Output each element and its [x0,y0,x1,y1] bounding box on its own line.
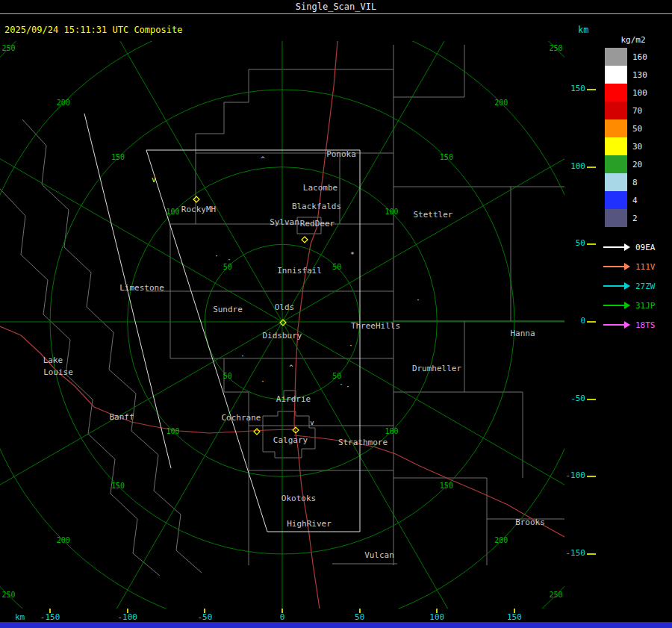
city-label: Louise [43,367,73,377]
colorbar-swatch [605,209,627,227]
city-label: Brooks [515,517,545,527]
site-arrow-line [603,246,624,248]
site-arrow-line [603,305,624,306]
colorbar-value: 100 [632,88,647,98]
range-radial [282,41,564,322]
x-axis-tick-label: 100 [420,612,453,622]
x-axis-tick-label: -150 [34,612,66,622]
city-label: Stettler [414,210,453,220]
city-label: Lacombe [303,183,337,193]
city-label: Blackfalds [292,202,341,211]
site-arrow-head [624,243,630,251]
range-ring-label: 250 [549,44,562,52]
county-boundary [393,478,487,565]
colorbar-swatch [605,102,627,119]
colorbar-level: 20 [605,155,647,173]
city-label: RockyMH [181,205,216,214]
spot-marker: · [227,256,231,264]
range-ring-label: 200 [57,99,70,107]
y-axis-tick-mark [587,167,596,168]
city-label: Calgary [273,435,308,445]
titlebar: Single_Scan_VIL [0,0,672,13]
x-axis-tick-mark [281,609,283,613]
y-axis-tick-mark [587,476,596,477]
colorbar-level: 130 [605,66,647,84]
site-arrow-line [603,266,624,267]
spot-marker: · [346,383,349,391]
window-title: Single_Scan_VIL [296,1,376,12]
x-axis-tick-label: 50 [343,612,376,622]
title-divider [0,13,672,14]
range-ring-label: 100 [385,208,399,216]
range-ring-label: 100 [385,427,399,435]
site-legend-row: 27ZW [603,276,656,296]
x-axis-tick-label: 150 [498,612,531,622]
x-axis-tick-label: -50 [188,612,221,622]
site-arrow-icon [603,263,631,270]
colorbar-value: 2 [632,214,638,223]
colorbar-value: 4 [632,196,638,205]
city-label: Innisfail [277,266,322,276]
county-boundary [263,411,315,458]
site-id-label: 18TS [635,320,656,330]
site-arrow-icon [603,243,631,251]
colorbar-level: 160 [605,48,647,66]
site-legend-row: 111V [603,257,656,276]
city-label: HighRiver [287,519,332,529]
spot-marker: * [350,251,354,258]
colorbar-swatch [605,48,627,66]
spot-marker: · [214,252,218,260]
range-ring-label: 250 [549,591,562,599]
site-arrow-icon [603,282,631,290]
colorbar-level: 100 [605,84,647,102]
colorbar-level: 70 [605,102,647,119]
site-arrow-line [603,285,624,287]
colorbar-level: 4 [605,191,647,209]
spot-marker: v [310,419,314,426]
spot-marker: · [416,296,420,304]
radar-app-window: Single_Scan_VIL 2025/09/24 15:11:31 UTC … [0,0,672,628]
spot-marker: · [349,342,352,349]
colorbar-swatch [605,66,627,84]
range-ring-label: 150 [440,482,453,490]
site-legend-row: 09EA [603,237,656,257]
city-label: Didsbury [263,331,302,341]
city-marker-diamond [254,429,260,435]
county-boundary [196,69,249,153]
spot-marker: ^ [261,155,265,163]
site-legend: 09EA111V27ZW31JP18TS [603,237,656,335]
range-ring-label: 150 [111,482,125,490]
site-legend-row: 18TS [603,315,656,335]
county-boundary [0,189,160,576]
city-label: Hanna [510,329,535,338]
range-radial [282,41,564,322]
spot-marker: ^ [289,364,293,371]
colorbar-swatch [605,84,627,102]
colorbar: 16013010070503020842 [605,48,647,227]
x-axis-tick-mark [359,609,361,613]
city-label: Ponoka [326,149,356,159]
x-axis-tick-mark [127,609,128,613]
x-axis-tick-label: 0 [266,612,299,622]
colorbar-value: 50 [632,124,642,134]
site-arrow-head [624,282,630,290]
y-axis-tick-mark [587,553,596,555]
x-axis-tick-label: -100 [111,612,144,622]
y-axis-tick-mark [587,243,596,245]
range-ring-label: 200 [494,536,508,544]
range-ring-label: 150 [111,153,125,161]
y-axis-unit-label: km [578,25,588,35]
colorbar-level: 50 [605,119,647,137]
x-axis-tick-mark [204,609,205,613]
city-label: Cochrane [222,413,261,423]
range-ring-label: 100 [166,427,179,435]
site-id-label: 111V [635,262,656,272]
range-ring-label: 50 [332,372,341,380]
colorbar-unit: kg/m2 [606,35,660,45]
city-label: Vulcan [364,550,394,560]
colorbar-value: 8 [632,178,638,187]
site-arrow-icon [603,321,631,329]
city-label: Drumheller [412,364,462,373]
site-id-label: 09EA [635,243,656,252]
city-label: Olds [275,302,295,312]
